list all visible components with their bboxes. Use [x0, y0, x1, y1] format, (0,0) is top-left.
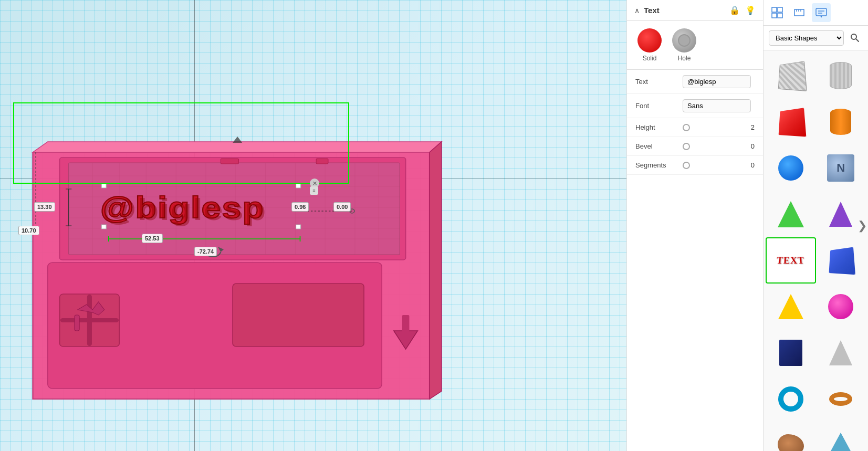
properties-panel: ∧ Text 🔒 💡 Solid Hole Text Font — [626, 0, 763, 451]
shape-box-blue[interactable] — [816, 237, 866, 284]
hole-button[interactable]: Hole — [672, 28, 696, 62]
bevel-property-label: Bevel — [635, 142, 677, 150]
lock-icon[interactable]: 🔒 — [729, 5, 740, 15]
segments-knob[interactable] — [683, 162, 690, 169]
svg-rect-46 — [794, 9, 804, 16]
height-value: 2 — [744, 123, 755, 131]
svg-line-54 — [856, 39, 859, 41]
panel-header: ∧ Text 🔒 💡 — [627, 0, 763, 21]
y-dimension: 0.96 — [291, 202, 309, 212]
text-input[interactable] — [683, 75, 751, 88]
svg-rect-22 — [233, 284, 364, 347]
height-dimension: 13.30 — [34, 202, 55, 212]
next-shapes-button[interactable]: ❯ — [856, 215, 868, 237]
font-property-control: Sans Serif Monospace — [683, 99, 755, 112]
text-property-label: Text — [635, 78, 677, 86]
shape-pyramid-yellow[interactable] — [766, 284, 816, 330]
properties-rows: Text Font Sans Serif Monospace Height 2 — [627, 70, 763, 451]
depth-dimension: 10.70 — [18, 226, 39, 235]
help-icon[interactable]: 💡 — [745, 5, 756, 15]
segments-value: 0 — [744, 161, 755, 169]
svg-rect-39 — [296, 184, 301, 188]
shape-cube-red[interactable] — [766, 99, 816, 145]
text-property-control — [683, 75, 755, 88]
shape-sphere-blue[interactable] — [766, 145, 816, 191]
shapes-panel: Basic Shapes Text & Numbers Connectors — [763, 0, 868, 451]
hole-label: Hole — [678, 55, 691, 62]
text-property-row: Text — [627, 70, 763, 94]
segments-property-control: 0 — [683, 161, 755, 169]
shapes-toolbar — [764, 0, 868, 26]
x-dimension: -72.74 — [194, 247, 217, 256]
shape-pyramid-green[interactable] — [766, 191, 816, 237]
device-3d-object — [33, 137, 441, 399]
ruler-button[interactable] — [790, 3, 809, 22]
shape-blob-brown[interactable] — [766, 422, 816, 451]
svg-rect-26 — [316, 159, 328, 164]
bevel-property-row: Bevel 0 — [627, 137, 763, 156]
shape-N[interactable]: N — [816, 145, 866, 191]
solid-label: Solid — [643, 55, 657, 62]
font-property-label: Font — [635, 102, 677, 110]
font-select[interactable]: Sans Serif Monospace — [683, 99, 751, 112]
collapse-button[interactable]: ∧ — [634, 6, 640, 15]
search-button[interactable] — [847, 30, 863, 46]
font-property-row: Font Sans Serif Monospace — [627, 94, 763, 118]
height-property-label: Height — [635, 123, 677, 131]
shape-cylinder-orange[interactable] — [816, 99, 866, 145]
grid-view-button[interactable] — [768, 3, 787, 22]
svg-rect-43 — [778, 7, 782, 12]
z-dimension: 0.00 — [333, 202, 351, 212]
solid-hole-row: Solid Hole — [627, 21, 763, 70]
canvas-svg: @biglesp @biglesp — [0, 0, 626, 451]
solid-button[interactable]: Solid — [637, 28, 662, 62]
bevel-value: 0 — [744, 142, 755, 150]
canvas-area: @biglesp @biglesp 13.30 10.70 0.96 — [0, 0, 626, 451]
svg-rect-25 — [221, 159, 238, 164]
svg-rect-45 — [778, 13, 782, 18]
bevel-property-control: 0 — [683, 142, 755, 150]
shape-wedge[interactable] — [816, 422, 866, 451]
shape-sphere-pink[interactable] — [816, 284, 866, 330]
svg-rect-38 — [101, 184, 106, 188]
svg-rect-23 — [75, 315, 79, 331]
bevel-knob[interactable] — [683, 143, 690, 150]
width-dimension: 52.53 — [142, 234, 163, 243]
shape-box-dark-blue[interactable] — [766, 330, 816, 376]
segments-property-row: Segments 0 — [627, 156, 763, 175]
svg-rect-42 — [772, 7, 777, 12]
shape-striped-box[interactable] — [766, 53, 816, 99]
shapes-header: Basic Shapes Text & Numbers Connectors — [764, 26, 868, 50]
chat-button[interactable] — [812, 3, 831, 22]
shape-cylinder-striped[interactable] — [816, 53, 866, 99]
svg-rect-41 — [296, 225, 301, 229]
svg-rect-24 — [402, 315, 410, 332]
panel-header-icons: 🔒 💡 — [729, 5, 756, 15]
height-property-row: Height 2 — [627, 118, 763, 137]
lock-icon[interactable]: ≡ — [310, 186, 318, 195]
svg-rect-50 — [816, 8, 827, 16]
panel-title: Text — [644, 6, 725, 15]
svg-rect-40 — [101, 225, 106, 229]
shapes-grid: N TEXT — [764, 50, 868, 451]
hole-circle — [672, 28, 696, 53]
segments-property-label: Segments — [635, 161, 677, 169]
solid-circle — [637, 28, 662, 53]
shape-torus-orange[interactable] — [816, 376, 866, 422]
shape-cone-gray[interactable] — [816, 330, 866, 376]
svg-text:@biglesp: @biglesp — [102, 193, 267, 226]
height-property-control: 2 — [683, 123, 755, 131]
height-knob[interactable] — [683, 124, 690, 131]
svg-rect-44 — [772, 13, 777, 18]
shape-text-red[interactable]: TEXT — [766, 237, 816, 284]
shape-torus-blue[interactable] — [766, 376, 816, 422]
shapes-category-select[interactable]: Basic Shapes Text & Numbers Connectors — [769, 30, 844, 46]
